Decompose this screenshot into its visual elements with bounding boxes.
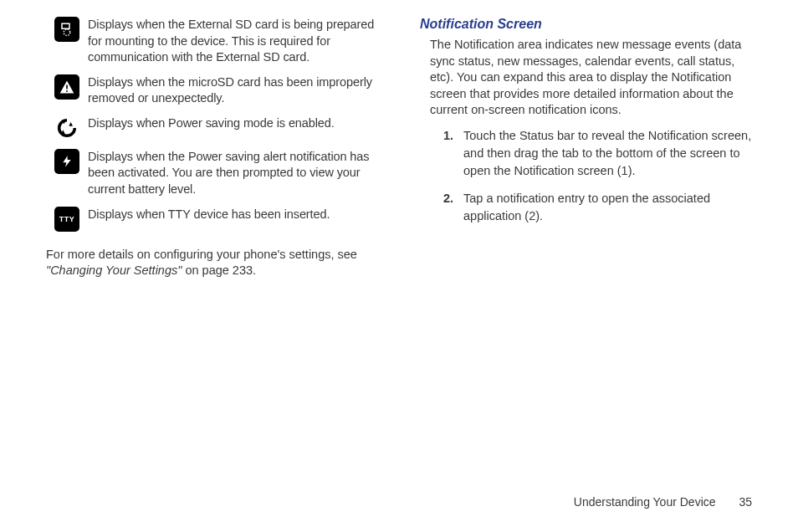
footnote-link: "Changing Your Settings" — [46, 263, 182, 277]
sd-prepare-icon — [54, 17, 79, 42]
section-heading: Notification Screen — [420, 17, 752, 32]
step-text: Touch the Status bar to reveal the Notif… — [463, 127, 752, 180]
sd-warning-icon — [54, 74, 79, 100]
footer-section: Understanding Your Device — [574, 495, 716, 509]
icon-row: Displays when Power saving mode is enabl… — [46, 115, 378, 141]
left-column: Displays when the External SD card is be… — [46, 17, 378, 279]
power-alert-icon — [54, 149, 79, 174]
page-footer: Understanding Your Device 35 — [574, 495, 752, 509]
icon-desc: Displays when the microSD card has been … — [88, 74, 378, 107]
right-column: Notification Screen The Notification are… — [420, 17, 752, 279]
footnote-pre: For more details on configuring your pho… — [46, 248, 357, 261]
icon-row: Displays when the microSD card has been … — [46, 74, 378, 107]
icon-desc: Displays when Power saving mode is enabl… — [88, 115, 335, 132]
icon-desc: Displays when TTY device has been insert… — [88, 207, 330, 223]
icon-desc: Displays when the Power saving alert not… — [88, 149, 378, 198]
footnote: For more details on configuring your pho… — [46, 247, 378, 279]
icon-row: TTY Displays when TTY device has been in… — [46, 207, 378, 232]
section-body: The Notification area indicates new mess… — [430, 37, 752, 119]
page-content: Displays when the External SD card is be… — [0, 0, 798, 279]
icon-row: Displays when the External SD card is be… — [46, 17, 378, 66]
list-item: 1. Touch the Status bar to reveal the No… — [443, 127, 752, 180]
step-number: 1. — [443, 127, 463, 180]
recycle-icon — [54, 115, 79, 141]
list-item: 2. Tap a notification entry to open the … — [443, 190, 752, 225]
svg-rect-3 — [66, 84, 68, 89]
step-text: Tap a notification entry to open the ass… — [463, 190, 752, 225]
svg-rect-4 — [66, 90, 68, 92]
step-list: 1. Touch the Status bar to reveal the No… — [443, 127, 752, 225]
svg-point-1 — [64, 29, 70, 36]
svg-marker-5 — [63, 156, 70, 166]
page-number: 35 — [739, 495, 752, 509]
tty-icon: TTY — [54, 207, 79, 232]
icon-row: Displays when the Power saving alert not… — [46, 149, 378, 198]
svg-rect-0 — [62, 23, 69, 28]
icon-desc: Displays when the External SD card is be… — [88, 17, 378, 66]
footnote-post: on page 233. — [182, 263, 256, 277]
step-number: 2. — [443, 190, 463, 225]
